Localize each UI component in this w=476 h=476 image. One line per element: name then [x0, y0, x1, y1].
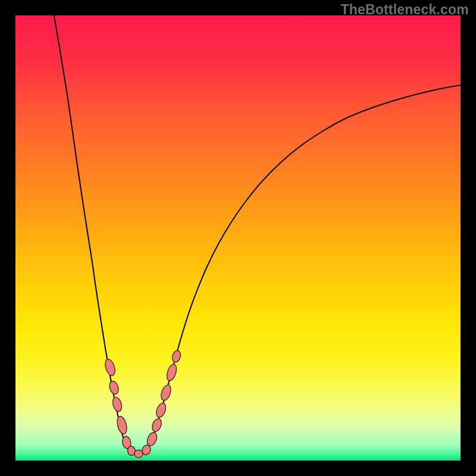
chart-svg: [15, 15, 461, 461]
plot-area: [15, 15, 461, 461]
chart-frame: TheBottleneck.com: [0, 0, 476, 476]
watermark-text: TheBottleneck.com: [340, 2, 469, 18]
gradient-background: [15, 15, 461, 461]
marker-left-cluster-6: [134, 450, 143, 458]
